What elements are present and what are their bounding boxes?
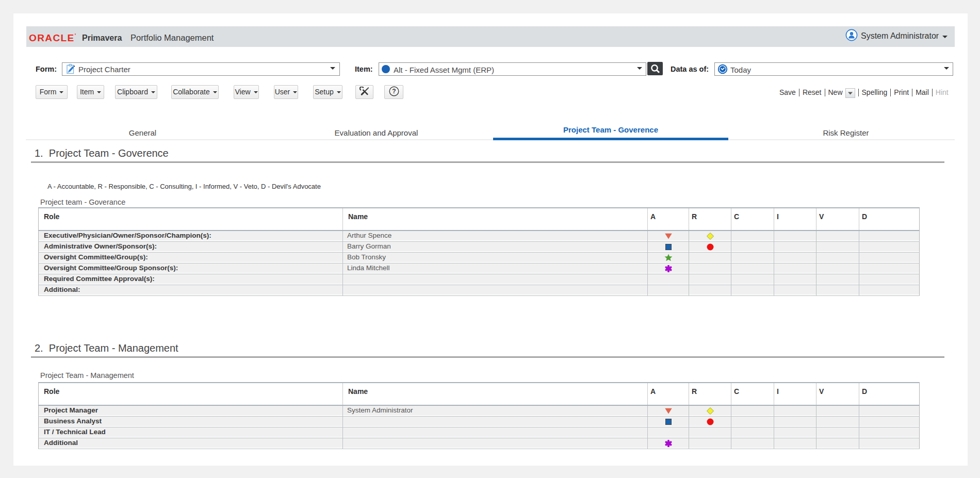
svg-text:?: ? [392, 88, 396, 95]
